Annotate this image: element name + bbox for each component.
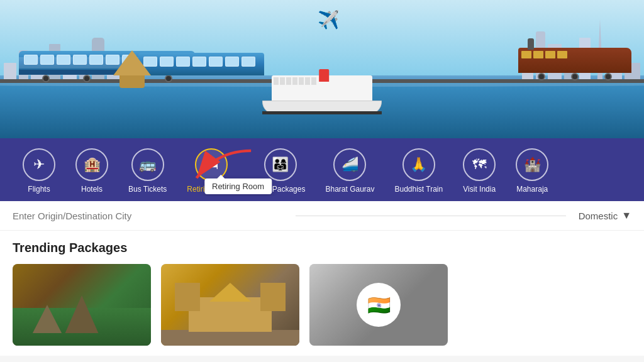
trending-title: Trending Packages — [13, 241, 631, 255]
nav-items-container: ✈ Flights 🏨 Hotels 🚌 Bus Tickets 🛏 Retir… — [0, 146, 644, 196]
tour-packages-icon-circle: 👨‍👩‍👧 — [264, 148, 297, 181]
sidebar-item-bus-tickets[interactable]: 🚌 Bus Tickets — [118, 146, 177, 196]
flights-label: Flights — [28, 185, 50, 194]
buddhist-icon-circle: 🙏 — [402, 148, 435, 181]
bharat-gaurav-label: Bharat Gaurav — [325, 185, 374, 194]
hotels-label: Hotels — [81, 185, 103, 194]
flights-icon: ✈ — [33, 156, 45, 173]
package-cards-container: 🇮🇳 — [13, 264, 631, 346]
india-logo-badge: 🇮🇳 — [357, 283, 401, 327]
navigation-bar: ✈ Flights 🏨 Hotels 🚌 Bus Tickets 🛏 Retir… — [0, 138, 644, 201]
package-card-1[interactable] — [13, 264, 151, 346]
trending-packages-section: Trending Packages — [0, 231, 644, 356]
hotels-icon-circle: 🏨 — [75, 148, 108, 181]
heritage-train — [518, 48, 631, 79]
domestic-label: Domestic — [579, 211, 618, 221]
search-input[interactable] — [13, 211, 283, 221]
visit-india-label: Visit India — [463, 185, 496, 194]
buddhist-icon: 🙏 — [410, 156, 427, 173]
maharaja-label: Maharaja — [516, 185, 548, 194]
sidebar-item-visit-india[interactable]: 🗺 Visit India — [453, 146, 506, 196]
blue-train-2 — [138, 53, 264, 79]
sidebar-item-maharaja[interactable]: 🏰 Maharaja — [506, 146, 558, 196]
cruise-ship — [253, 69, 391, 119]
buddhist-train-label: Buddhist Train — [395, 185, 443, 194]
hotels-icon: 🏨 — [84, 156, 101, 173]
visit-india-icon-circle: 🗺 — [463, 148, 496, 181]
train-icon: 🚄 — [341, 156, 358, 173]
bharat-gaurav-icon-circle: 🚄 — [333, 148, 366, 181]
retiring-room-tooltip: Retiring Room — [204, 178, 272, 194]
chevron-down-icon[interactable]: ▼ — [621, 210, 631, 221]
search-bar: Domestic ▼ — [0, 201, 644, 231]
maharaja-icon: 🏰 — [524, 156, 541, 173]
sidebar-item-hotels[interactable]: 🏨 Hotels — [65, 146, 118, 196]
package-card-3[interactable]: 🇮🇳 — [309, 264, 448, 346]
sidebar-item-buddhist-train[interactable]: 🙏 Buddhist Train — [385, 146, 453, 196]
bus-icon-circle: 🚌 — [131, 148, 164, 181]
airplane-icon: ✈️ — [318, 9, 340, 30]
hero-banner: ✈️ — [0, 0, 644, 138]
temple-icon — [113, 50, 151, 85]
maharaja-icon-circle: 🏰 — [516, 148, 548, 181]
india-map-icon: 🗺 — [472, 156, 486, 173]
package-card-2[interactable] — [161, 264, 299, 346]
sidebar-item-flights[interactable]: ✈ Flights — [13, 146, 65, 196]
family-icon: 👨‍👩‍👧 — [272, 156, 289, 173]
bus-label: Bus Tickets — [128, 185, 167, 194]
sidebar-item-retiring-room[interactable]: 🛏 Retiring Room Retiring Room — [177, 146, 245, 196]
bus-icon: 🚌 — [139, 156, 156, 173]
flights-icon-circle: ✈ — [23, 148, 55, 181]
sidebar-item-bharat-gaurav[interactable]: 🚄 Bharat Gaurav — [315, 146, 384, 196]
bed-icon: 🛏 — [204, 156, 218, 173]
